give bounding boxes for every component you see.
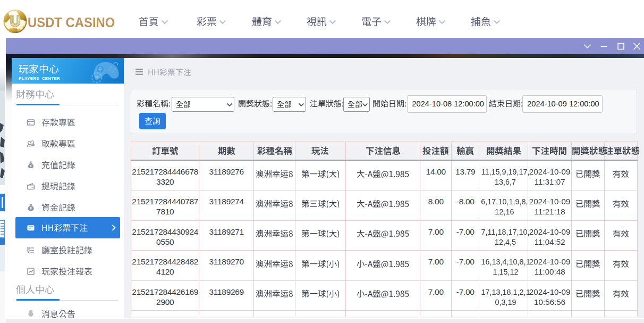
svg-text:U: U xyxy=(10,13,21,29)
